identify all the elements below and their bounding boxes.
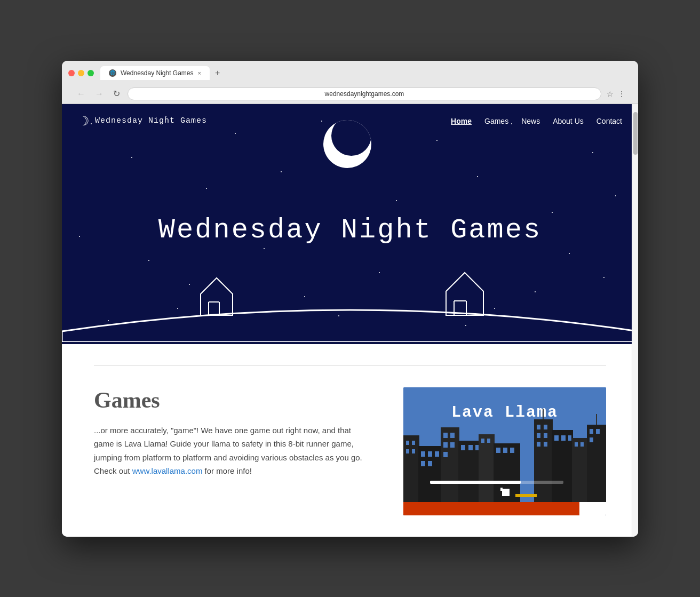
svg-rect-19 bbox=[421, 461, 425, 466]
svg-rect-36 bbox=[503, 448, 507, 453]
svg-marker-0 bbox=[201, 278, 233, 315]
svg-rect-20 bbox=[428, 461, 432, 466]
nav-home[interactable]: Home bbox=[451, 117, 472, 125]
svg-rect-39 bbox=[537, 425, 540, 429]
svg-rect-12 bbox=[412, 441, 415, 445]
svg-rect-59 bbox=[502, 489, 510, 496]
svg-rect-51 bbox=[575, 442, 578, 447]
svg-rect-44 bbox=[544, 442, 547, 447]
maximize-button[interactable] bbox=[88, 70, 94, 76]
browser-titlebar: 🌐 Wednesday Night Games × + bbox=[68, 66, 632, 80]
svg-rect-17 bbox=[428, 451, 432, 457]
svg-rect-64 bbox=[579, 502, 606, 515]
svg-rect-49 bbox=[568, 435, 571, 441]
svg-rect-14 bbox=[412, 449, 415, 453]
svg-rect-54 bbox=[590, 429, 593, 434]
svg-rect-29 bbox=[468, 445, 473, 450]
svg-rect-40 bbox=[544, 425, 547, 429]
svg-rect-41 bbox=[537, 433, 540, 438]
svg-rect-28 bbox=[461, 445, 465, 450]
svg-text:Lava Llama: Lava Llama bbox=[451, 403, 558, 421]
svg-rect-58 bbox=[403, 502, 579, 515]
svg-rect-13 bbox=[406, 449, 409, 453]
hero-section: ☽ Wednesday Night Games Home Games News … bbox=[62, 104, 638, 344]
svg-rect-42 bbox=[544, 433, 547, 438]
hero-title: Wednesday Night Games bbox=[158, 214, 542, 246]
menu-icon[interactable]: ⋮ bbox=[618, 90, 625, 98]
games-description: ...or more accurately, "game"! We have o… bbox=[94, 424, 371, 478]
nav-about[interactable]: About Us bbox=[553, 117, 584, 125]
logo-text: Wednesday Night Games bbox=[95, 116, 207, 125]
forward-button[interactable]: → bbox=[93, 88, 106, 100]
refresh-button[interactable]: ↻ bbox=[111, 87, 122, 100]
nav-contact[interactable]: Contact bbox=[596, 117, 622, 125]
tab-close-button[interactable]: × bbox=[198, 70, 201, 76]
game-screenshot: Lava Llama bbox=[403, 387, 606, 515]
nav-links: Home Games News About Us Contact bbox=[451, 116, 622, 126]
browser-tabs: 🌐 Wednesday Night Games × + bbox=[100, 66, 632, 80]
games-heading: Games bbox=[94, 387, 371, 413]
bookmark-icon[interactable]: ☆ bbox=[607, 90, 614, 98]
svg-rect-25 bbox=[450, 442, 455, 448]
traffic-lights bbox=[68, 70, 94, 76]
svg-rect-35 bbox=[496, 448, 500, 453]
nav-games[interactable]: Games bbox=[484, 117, 508, 125]
svg-rect-32 bbox=[481, 439, 484, 443]
scrollbar-track[interactable] bbox=[632, 104, 638, 537]
browser-window: 🌐 Wednesday Night Games × + ← → ↻ wednes… bbox=[62, 61, 638, 537]
active-tab[interactable]: 🌐 Wednesday Night Games × bbox=[100, 66, 210, 80]
games-text: Games ...or more accurately, "game"! We … bbox=[94, 387, 371, 478]
back-button[interactable]: ← bbox=[75, 88, 88, 100]
site-nav: ☽ Wednesday Night Games Home Games News … bbox=[62, 104, 638, 138]
site-logo: ☽ Wednesday Night Games bbox=[78, 114, 207, 129]
section-divider bbox=[94, 365, 606, 366]
address-input[interactable]: wednesdaynightgames.com bbox=[128, 87, 601, 100]
svg-rect-61 bbox=[515, 494, 537, 497]
logo-moon-icon: ☽ bbox=[78, 114, 90, 129]
svg-rect-48 bbox=[561, 435, 566, 441]
svg-rect-30 bbox=[475, 445, 479, 450]
favicon-icon: 🌐 bbox=[109, 69, 116, 77]
new-tab-button[interactable]: + bbox=[211, 66, 224, 80]
browser-chrome: 🌐 Wednesday Night Games × + ← → ↻ wednes… bbox=[62, 61, 638, 104]
nav-news[interactable]: News bbox=[521, 117, 540, 125]
svg-rect-43 bbox=[537, 442, 540, 447]
tab-title: Wednesday Night Games bbox=[121, 69, 194, 77]
svg-rect-23 bbox=[450, 433, 455, 438]
minimize-button[interactable] bbox=[78, 70, 84, 76]
svg-rect-52 bbox=[580, 442, 584, 447]
games-section: Games ...or more accurately, "game"! We … bbox=[94, 387, 606, 515]
address-bar-container: ← → ↻ wednesdaynightgames.com ☆ ⋮ bbox=[68, 84, 632, 104]
svg-rect-22 bbox=[443, 433, 448, 438]
games-description-end: for more info! bbox=[205, 466, 252, 475]
svg-rect-16 bbox=[421, 451, 425, 457]
svg-rect-47 bbox=[554, 435, 559, 441]
svg-rect-37 bbox=[510, 448, 514, 453]
website-content: ☽ Wednesday Night Games Home Games News … bbox=[62, 104, 638, 537]
svg-rect-18 bbox=[435, 451, 439, 457]
svg-rect-63 bbox=[430, 481, 521, 484]
browser-action-icons: ☆ ⋮ bbox=[607, 90, 625, 98]
svg-rect-33 bbox=[487, 439, 490, 443]
pixel-scene bbox=[62, 246, 638, 344]
svg-rect-26 bbox=[443, 452, 448, 457]
svg-marker-4 bbox=[446, 273, 483, 315]
svg-rect-56 bbox=[590, 437, 593, 442]
svg-rect-11 bbox=[406, 441, 409, 445]
main-content: Games ...or more accurately, "game"! We … bbox=[62, 344, 638, 537]
svg-rect-55 bbox=[596, 429, 600, 434]
svg-rect-60 bbox=[500, 488, 503, 491]
close-button[interactable] bbox=[68, 70, 75, 76]
lavallama-link[interactable]: www.lavallama.com bbox=[132, 466, 203, 475]
svg-rect-24 bbox=[443, 442, 448, 448]
